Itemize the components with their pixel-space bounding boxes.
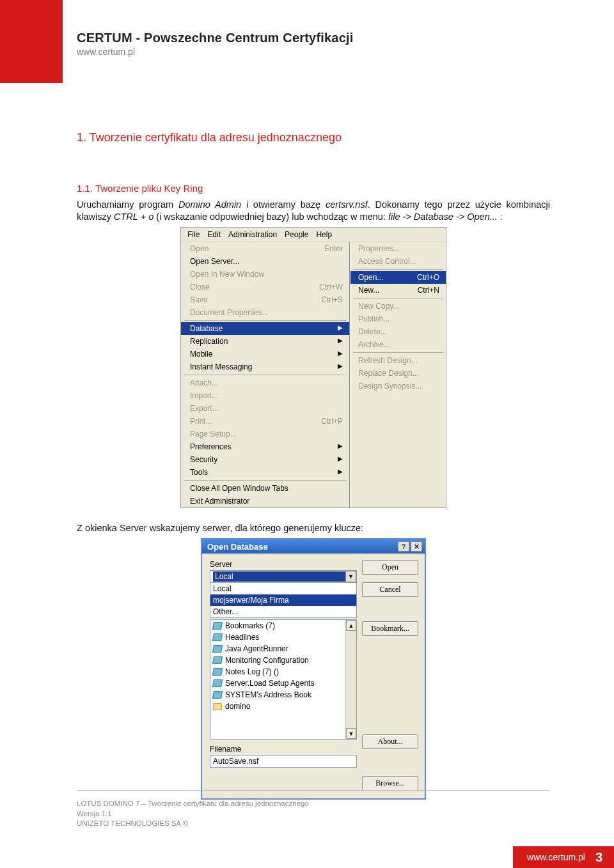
footer-line-2: Wersja 1.1: [77, 809, 309, 819]
menu-separator: [184, 375, 347, 375]
menu-item-print[interactable]: Print...Ctrl+P: [181, 415, 349, 428]
footer-rule: [77, 790, 550, 791]
folder-icon: [213, 703, 222, 710]
server-option-other[interactable]: Other...: [210, 606, 356, 617]
filename-field[interactable]: AutoSave.nsf: [210, 755, 357, 768]
menu-item-replication[interactable]: Replication▶: [181, 335, 349, 348]
submenu-new[interactable]: New...Ctrl+N: [350, 284, 446, 297]
file-menu-screenshot: File Edit Administration People Help Ope…: [180, 227, 446, 508]
menu-item-database[interactable]: Database▶: [181, 322, 349, 335]
menu-administration[interactable]: Administration: [224, 229, 281, 240]
list-item[interactable]: domino: [210, 701, 356, 712]
server-option-mojserwer[interactable]: mojserwer/Moja Firma: [210, 594, 356, 606]
header-url: www.certum.pl: [77, 47, 354, 57]
close-icon[interactable]: ✕: [411, 541, 422, 552]
footer-line-1: LOTUS DOMINO 7 – Tworzenie certyfikatu d…: [77, 799, 309, 809]
menu-item-exit[interactable]: Exit Administrator: [181, 495, 349, 508]
open-database-dialog: Open Database ? ✕ Server Local ▼ Local m…: [201, 538, 426, 800]
dialog-titlebar: Open Database ? ✕: [202, 539, 425, 554]
menu-item-import[interactable]: Import...: [181, 389, 349, 402]
menu-edit[interactable]: Edit: [203, 229, 224, 240]
database-icon: [212, 679, 223, 687]
list-item[interactable]: Monitoring Configuration: [210, 655, 356, 666]
database-icon: [212, 691, 223, 699]
database-icon: [212, 656, 223, 664]
submenu-properties[interactable]: Properties...: [350, 242, 446, 255]
menu-item-tools[interactable]: Tools▶: [181, 466, 349, 479]
browse-button[interactable]: Browse...: [362, 776, 418, 791]
cancel-button[interactable]: Cancel: [362, 582, 418, 597]
submenu-replace-design[interactable]: Replace Design...: [350, 367, 446, 380]
menu-separator: [353, 269, 443, 270]
server-option-local[interactable]: Local: [210, 583, 356, 594]
help-icon[interactable]: ?: [398, 541, 409, 552]
submenu-archive[interactable]: Archive...: [350, 338, 446, 351]
menu-item-instant-messaging[interactable]: Instant Messaging▶: [181, 360, 349, 373]
submenu-design-synopsis[interactable]: Design Synopsis...: [350, 380, 446, 392]
list-item[interactable]: Bookmarks (7): [210, 620, 356, 632]
page-number: 3: [595, 850, 602, 865]
about-button[interactable]: About...: [362, 734, 418, 749]
menu-help[interactable]: Help: [312, 229, 336, 240]
bookmark-button[interactable]: Bookmark...: [362, 621, 418, 636]
list-item[interactable]: Server.Load Setup Agents: [210, 678, 356, 689]
section-1-heading: 1. Tworzenie certyfikatu dla adresu jedn…: [77, 131, 550, 144]
menu-separator: [184, 480, 347, 481]
menu-item-close[interactable]: CloseCtrl+W: [181, 281, 349, 293]
menu-item-security[interactable]: Security▶: [181, 453, 349, 466]
menu-people[interactable]: People: [281, 229, 312, 240]
filename-label: Filename: [210, 745, 357, 754]
menu-item-page-setup[interactable]: Page Setup...: [181, 428, 349, 440]
section-1-1-heading: 1.1. Tworzenie pliku Key Ring: [77, 183, 550, 194]
side-red-bar: [0, 0, 63, 83]
menu-item-doc-properties[interactable]: Document Properties...: [181, 306, 349, 319]
header-title: CERTUM - Powszechne Centrum Certyfikacji: [77, 31, 354, 45]
open-button[interactable]: Open: [362, 560, 418, 575]
menu-item-close-all-tabs[interactable]: Close All Open Window Tabs: [181, 482, 349, 495]
submenu-new-copy[interactable]: New Copy...: [350, 300, 446, 313]
menu-bar: File Edit Administration People Help: [181, 228, 446, 242]
main-content: 1. Tworzenie certyfikatu dla adresu jedn…: [77, 131, 550, 800]
submenu-refresh-design[interactable]: Refresh Design...: [350, 354, 446, 367]
menu-item-export[interactable]: Export...: [181, 402, 349, 415]
scroll-down-icon[interactable]: ▼: [346, 728, 356, 739]
database-icon: [212, 645, 223, 653]
menu-item-open[interactable]: OpenEnter: [181, 242, 349, 255]
menu-file[interactable]: File: [184, 229, 203, 240]
list-item[interactable]: Notes Log (7) (): [210, 666, 356, 678]
menu-item-attach[interactable]: Attach...: [181, 376, 349, 389]
list-item[interactable]: Java AgentRunner: [210, 643, 356, 655]
list-item[interactable]: SYSTEM's Address Book: [210, 689, 356, 701]
database-submenu: Properties... Access Control... Open...C…: [350, 242, 446, 508]
menu-item-open-new-window[interactable]: Open In New Window: [181, 268, 349, 281]
submenu-delete[interactable]: Delete...: [350, 325, 446, 338]
server-combobox[interactable]: Local ▼: [210, 570, 357, 583]
list-item[interactable]: Headlines: [210, 632, 356, 643]
submenu-publish[interactable]: Publish...: [350, 313, 446, 325]
server-label: Server: [210, 560, 357, 569]
page-header: CERTUM - Powszechne Centrum Certyfikacji…: [77, 31, 354, 57]
dialog-title: Open Database: [207, 542, 268, 552]
menu-item-mobile[interactable]: Mobile▶: [181, 348, 349, 360]
scrollbar[interactable]: ▲ ▼: [345, 620, 356, 739]
scroll-up-icon[interactable]: ▲: [346, 620, 356, 631]
paragraph-1: Uruchamiamy program Domino Admin i otwie…: [77, 199, 550, 223]
database-icon: [212, 668, 223, 676]
submenu-access-control[interactable]: Access Control...: [350, 255, 446, 268]
menu-item-open-server[interactable]: Open Server...: [181, 255, 349, 268]
footer-badge: www.certum.pl 3: [513, 846, 614, 868]
chevron-down-icon[interactable]: ▼: [345, 571, 356, 582]
server-value: Local: [213, 571, 345, 582]
menu-item-preferences[interactable]: Preferences▶: [181, 440, 349, 453]
menu-separator: [353, 298, 443, 298]
paragraph-2: Z okienka Server wskazujemy serwer, dla …: [77, 522, 550, 534]
footer-url: www.certum.pl: [527, 852, 585, 862]
database-icon: [212, 633, 223, 641]
footer-line-3: UNIZETO TECHNOLOGIES SA ©: [77, 819, 309, 829]
menu-separator: [353, 352, 443, 353]
file-dropdown: OpenEnter Open Server... Open In New Win…: [181, 242, 350, 508]
menu-item-save[interactable]: SaveCtrl+S: [181, 293, 349, 306]
submenu-open[interactable]: Open...Ctrl+O: [350, 271, 446, 284]
footer: LOTUS DOMINO 7 – Tworzenie certyfikatu d…: [77, 799, 309, 829]
database-listbox[interactable]: Bookmarks (7) Headlines Java AgentRunner…: [210, 619, 357, 740]
